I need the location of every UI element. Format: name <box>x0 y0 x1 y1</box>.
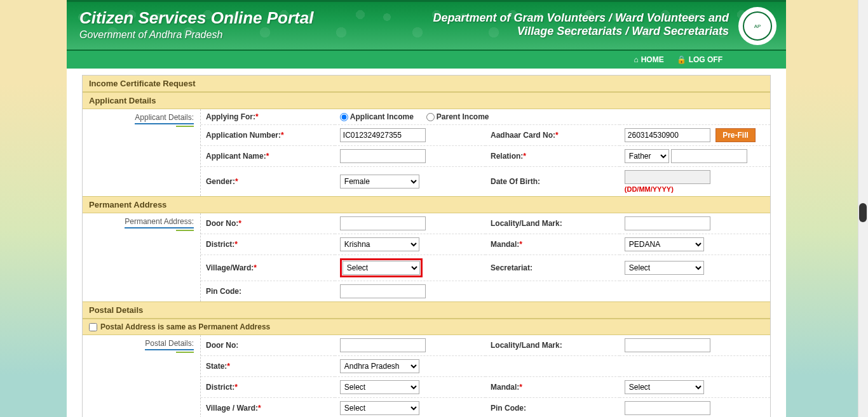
section-applicant-details: Applicant Details <box>83 92 770 109</box>
nav-logoff-label: LOG OFF <box>689 55 722 64</box>
gov-emblem: AP <box>738 7 776 45</box>
scrollbar-thumb[interactable] <box>859 203 867 222</box>
dob-label: Date Of Birth: <box>491 177 540 186</box>
radio-applicant-income[interactable]: Applicant Income <box>340 112 414 121</box>
form-title: Income Certificate Request <box>83 76 770 92</box>
gender-label: Gender: <box>206 177 235 186</box>
perm-locality-label: Locality/Land Mark: <box>491 219 562 228</box>
postal-village-select[interactable]: Select <box>340 401 419 415</box>
perm-district-label: District: <box>206 240 234 249</box>
nav-home[interactable]: ⌂ HOME <box>634 55 663 64</box>
aadhaar-label: Aadhaar Card No: <box>491 131 555 140</box>
navbar: ⌂ HOME 🔒 LOG OFF <box>67 51 786 69</box>
radio-parent-income[interactable]: Parent Income <box>426 112 489 121</box>
perm-locality-input[interactable] <box>625 216 710 230</box>
postal-state-label: State: <box>206 362 227 371</box>
section-permanent-address: Permanent Address <box>83 196 770 213</box>
perm-pin-label: Pin Code: <box>206 287 241 296</box>
relation-select[interactable]: Father <box>625 149 669 163</box>
perm-door-label: Door No: <box>206 219 238 228</box>
relation-label: Relation: <box>491 152 523 161</box>
perm-village-label: Village/Ward: <box>206 263 254 272</box>
home-icon: ⌂ <box>634 55 638 64</box>
postal-state-select[interactable]: Andhra Pradesh <box>340 359 419 373</box>
applicant-name-label: Applicant Name: <box>206 152 266 161</box>
perm-secretariat-select[interactable]: Select <box>625 261 704 275</box>
nav-home-label: HOME <box>641 55 664 64</box>
postal-locality-input[interactable] <box>625 338 710 352</box>
postal-locality-label: Locality/Land Mark: <box>491 341 562 350</box>
postal-pin-input[interactable] <box>625 401 710 415</box>
dob-hint: (DD/MM/YYYY) <box>625 185 765 193</box>
app-no-label: Application Number: <box>206 131 281 140</box>
dept-line1: Department of Gram Volunteers / Ward Vol… <box>433 11 729 25</box>
same-as-perm-label: Postal Address is same as Permanent Addr… <box>100 322 270 331</box>
postal-village-label: Village / Ward: <box>206 404 258 413</box>
perm-door-input[interactable] <box>340 216 426 230</box>
postal-pin-label: Pin Code: <box>491 404 526 413</box>
perm-village-highlight: Select <box>340 258 423 277</box>
aadhaar-input[interactable] <box>625 128 710 142</box>
perm-pin-input[interactable] <box>340 284 426 298</box>
section-postal-details: Postal Details <box>83 301 770 319</box>
postal-district-select[interactable]: Select <box>340 380 419 394</box>
side-label-perm-addr: Permanent Address: <box>125 217 194 228</box>
applicant-name-input[interactable] <box>340 149 426 163</box>
dob-input[interactable] <box>625 170 710 184</box>
postal-mandal-select[interactable]: Select <box>625 380 704 394</box>
side-label-postal: Postal Details: <box>145 339 194 350</box>
applying-for-label: Applying For: <box>206 112 255 121</box>
prefill-button[interactable]: Pre-Fill <box>715 128 756 142</box>
lock-icon: 🔒 <box>677 55 686 64</box>
postal-mandal-label: Mandal: <box>491 383 519 392</box>
perm-secretariat-label: Secretariat: <box>491 263 532 272</box>
app-no-input[interactable] <box>340 128 426 142</box>
relation-name-input[interactable] <box>671 149 747 163</box>
perm-mandal-label: Mandal: <box>491 240 519 249</box>
perm-village-select[interactable]: Select <box>342 261 420 275</box>
postal-door-label: Door No: <box>206 341 238 350</box>
perm-mandal-select[interactable]: PEDANA <box>625 237 704 251</box>
perm-district-select[interactable]: Krishna <box>340 237 419 251</box>
postal-door-input[interactable] <box>340 338 426 352</box>
postal-district-label: District: <box>206 383 234 392</box>
side-label-applicant: Applicant Details: <box>135 113 194 124</box>
header-banner: Citizen Services Online Portal Governmen… <box>67 0 786 51</box>
same-as-perm-checkbox[interactable] <box>89 323 97 331</box>
dept-line2: Village Secretariats / Ward Secretariats <box>433 25 729 38</box>
nav-logoff[interactable]: 🔒 LOG OFF <box>677 55 722 64</box>
gender-select[interactable]: Female <box>340 175 419 189</box>
